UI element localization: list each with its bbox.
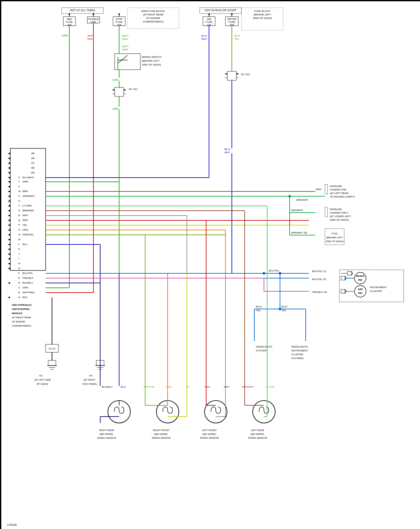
svg-text:C: C — [18, 286, 20, 289]
svg-text:B: B — [18, 291, 20, 294]
svg-text:179130: 179130 — [7, 523, 17, 526]
svg-text:BLU/: BLU/ — [282, 305, 288, 308]
svg-text:CLUSTER: CLUSTER — [291, 353, 303, 356]
svg-text:(AT LEFT SIDE: (AT LEFT SIDE — [34, 378, 51, 381]
svg-text:SIDE OF DASH): SIDE OF DASH) — [142, 63, 161, 66]
svg-text:(AT LOWER LEFT: (AT LOWER LEFT — [330, 215, 351, 218]
svg-text:H: H — [18, 262, 20, 265]
svg-text:LT GRN: LT GRN — [22, 204, 32, 207]
svg-text:BLK: BLK — [22, 296, 28, 299]
svg-text:HEADLIGHTS: HEADLIGHTS — [256, 345, 272, 348]
svg-text:BLU/: BLU/ — [224, 148, 231, 151]
svg-text:J: J — [18, 252, 20, 255]
svg-text:COMPARTMENT): COMPARTMENT) — [12, 324, 31, 327]
svg-text:ABS WHEEL: ABS WHEEL — [202, 433, 216, 436]
svg-text:G: G — [18, 267, 20, 270]
svg-point-380 — [263, 272, 265, 275]
svg-text:GRN/YEL: GRN/YEL — [22, 233, 34, 236]
svg-text:AE: AE — [31, 152, 35, 155]
svg-text:AB: AB — [31, 166, 35, 169]
svg-text:G4: G4 — [89, 374, 92, 377]
svg-text:ABS WHEEL: ABS WHEEL — [100, 433, 114, 436]
svg-text:BLK/BLU: BLK/BLU — [102, 385, 112, 388]
svg-text:SPEED SENSOR: SPEED SENSOR — [200, 436, 219, 439]
svg-text:BRN: BRN — [22, 190, 28, 193]
svg-text:GRN: GRN — [122, 48, 128, 51]
svg-text:Q: Q — [18, 219, 20, 222]
svg-text:BRN: BRN — [316, 188, 321, 191]
svg-text:BRN/RED: BRN/RED — [242, 385, 254, 388]
svg-text:SYSTEM: SYSTEM — [256, 349, 267, 352]
svg-text:OF ENGINE: OF ENGINE — [146, 17, 160, 20]
svg-text:IND: IND — [358, 292, 363, 295]
svg-text:CONNECTOR 2: CONNECTOR 2 — [330, 211, 349, 214]
svg-text:UNIT/CONTROL: UNIT/CONTROL — [12, 308, 30, 311]
svg-text:D: D — [18, 281, 20, 284]
svg-text:CONNECTOR: CONNECTOR — [330, 188, 346, 191]
svg-text:BLK/: BLK/ — [234, 34, 240, 37]
svg-text:V: V — [18, 195, 20, 198]
svg-text:FUSE BLOCK: FUSE BLOCK — [254, 10, 271, 13]
svg-text:SIDE OF DASH): SIDE OF DASH) — [253, 17, 272, 20]
svg-text:(AT RIGHT REAR: (AT RIGHT REAR — [143, 13, 163, 16]
svg-text:GRN: GRN — [22, 180, 28, 183]
svg-text:M: M — [18, 238, 21, 241]
svg-text:JIC X21: JIC X21 — [128, 88, 138, 91]
svg-text:ABS: ABS — [358, 288, 363, 291]
svg-text:BRAKE: BRAKE — [356, 275, 365, 278]
svg-rect-0 — [1, 1, 420, 529]
svg-text:WHT: WHT — [224, 385, 230, 388]
svg-text:PNK/BLK 1D: PNK/BLK 1D — [312, 291, 327, 294]
svg-text:ABS WHEEL: ABS WHEEL — [250, 433, 265, 436]
svg-text:(AT LEFT REAR: (AT LEFT REAR — [330, 192, 348, 195]
svg-text:SPEED SENSOR: SPEED SENSOR — [248, 436, 267, 439]
svg-text:SIDE OF DASH): SIDE OF DASH) — [326, 240, 344, 243]
svg-text:KICK PANEL): KICK PANEL) — [83, 383, 98, 385]
svg-text:JIC X22: JIC X22 — [241, 73, 250, 76]
svg-text:MODULE: MODULE — [12, 312, 22, 315]
svg-text:W: W — [18, 190, 21, 193]
svg-text:BLU/: BLU/ — [201, 34, 207, 37]
svg-text:GRN: GRN — [122, 38, 128, 40]
svg-text:ORG: ORG — [22, 228, 28, 231]
svg-text:WHT/: WHT/ — [122, 45, 129, 48]
svg-text:Z: Z — [18, 176, 20, 179]
svg-text:BLU/: BLU/ — [256, 305, 262, 308]
svg-text:RED: RED — [87, 38, 93, 40]
svg-text:COMPARTMENT): COMPARTMENT) — [143, 20, 164, 23]
svg-text:YEL: YEL — [234, 38, 240, 40]
svg-text:SYSTEMS: SYSTEMS — [291, 357, 303, 360]
svg-text:BLK/BLU: BLK/BLU — [22, 281, 33, 284]
svg-text:RIGHT REAR: RIGHT REAR — [99, 429, 114, 432]
svg-text:(AT RIGHT: (AT RIGHT — [83, 378, 95, 381]
svg-text:GRN: GRN — [22, 286, 28, 289]
svg-text:STOP: STOP — [116, 18, 123, 21]
svg-text:ABS HYDRAULIC: ABS HYDRAULIC — [12, 304, 32, 306]
svg-text:INSTRUMENT: INSTRUMENT — [291, 349, 308, 352]
svg-text:BLU/WHT: BLU/WHT — [22, 176, 34, 179]
svg-text:GRN/WHT: GRN/WHT — [22, 195, 35, 198]
svg-text:BLU/YEL: BLU/YEL — [22, 272, 33, 275]
svg-text:WHT: WHT — [22, 214, 28, 217]
svg-text:T: T — [18, 204, 20, 207]
svg-text:PCM: PCM — [332, 232, 337, 235]
svg-text:K: K — [18, 248, 20, 251]
svg-text:YEL: YEL — [256, 309, 261, 312]
svg-text:O: O — [18, 228, 20, 231]
svg-text:FUSE: FUSE — [66, 21, 73, 23]
svg-text:FUSE: FUSE — [116, 21, 122, 23]
svg-text:WHT: WHT — [224, 151, 230, 154]
svg-text:GRN: GRN — [62, 34, 68, 37]
svg-text:BLU: BLU — [121, 385, 126, 388]
svg-text:PNK/BLK: PNK/BLK — [22, 277, 33, 279]
svg-text:BLK/YEL 1C: BLK/YEL 1C — [312, 270, 327, 273]
svg-text:(BEHIND LEFT: (BEHIND LEFT — [254, 13, 271, 16]
svg-text:RED: RED — [22, 219, 28, 222]
svg-text:G1: G1 — [39, 374, 43, 377]
svg-text:LEFT REAR: LEFT REAR — [251, 429, 264, 432]
svg-text:IND: IND — [358, 278, 363, 281]
svg-text:U: U — [18, 199, 20, 202]
svg-text:SIDE OF DASH): SIDE OF DASH) — [330, 218, 349, 221]
svg-text:GRN: GRN — [112, 107, 119, 110]
svg-text:AD: AD — [31, 157, 35, 160]
